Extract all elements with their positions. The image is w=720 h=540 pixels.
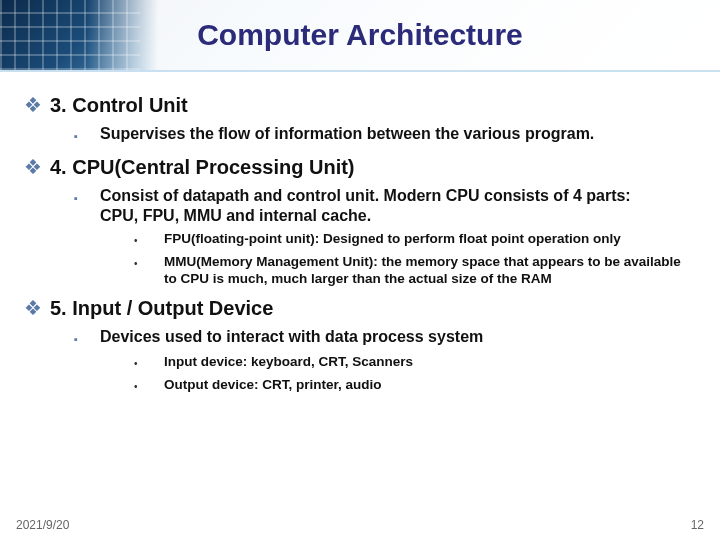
section-heading: ❖ 4. CPU(Central Processing Unit) [24,154,696,180]
slide: Computer Architecture ❖ 3. Control Unit … [0,0,720,540]
detail-item-text: FPU(floating-point unit): Designed to pe… [164,230,621,247]
section-heading: ❖ 5. Input / Output Device [24,295,696,321]
slide-content: ❖ 3. Control Unit ▪ Supervises the flow … [0,72,720,540]
title-banner: Computer Architecture [0,0,720,72]
detail-item: • MMU(Memory Management Unit): the memor… [134,253,696,287]
footer-date: 2021/9/20 [16,518,69,532]
detail-item: • Output device: CRT, printer, audio [134,376,696,395]
dot-bullet-icon: • [134,376,164,395]
dot-bullet-icon: • [134,230,164,249]
sub-item-text: Devices used to interact with data proce… [100,327,483,347]
section-heading-text: 4. CPU(Central Processing Unit) [50,154,355,180]
sub-item-text: Consist of datapath and control unit. Mo… [100,186,660,226]
diamond-bullet-icon: ❖ [24,295,50,321]
detail-item: • FPU(floating-point unit): Designed to … [134,230,696,249]
sub-item: ▪ Devices used to interact with data pro… [74,327,696,349]
dot-bullet-icon: • [134,353,164,372]
detail-item-text: Output device: CRT, printer, audio [164,376,382,393]
section-heading-text: 3. Control Unit [50,92,188,118]
sub-item: ▪ Consist of datapath and control unit. … [74,186,696,226]
detail-item: • Input device: keyboard, CRT, Scanners [134,353,696,372]
section-heading-text: 5. Input / Output Device [50,295,273,321]
section-heading: ❖ 3. Control Unit [24,92,696,118]
slide-title: Computer Architecture [0,18,720,52]
diamond-bullet-icon: ❖ [24,154,50,180]
slide-footer: 2021/9/20 12 [0,518,720,532]
detail-item-text: Input device: keyboard, CRT, Scanners [164,353,413,370]
dot-bullet-icon: • [134,253,164,272]
diamond-bullet-icon: ❖ [24,92,50,118]
footer-page-number: 12 [691,518,704,532]
square-bullet-icon: ▪ [74,186,100,208]
detail-item-text: MMU(Memory Management Unit): the memory … [164,253,684,287]
sub-item-text: Supervises the flow of information betwe… [100,124,594,144]
square-bullet-icon: ▪ [74,327,100,349]
sub-item: ▪ Supervises the flow of information bet… [74,124,696,146]
square-bullet-icon: ▪ [74,124,100,146]
